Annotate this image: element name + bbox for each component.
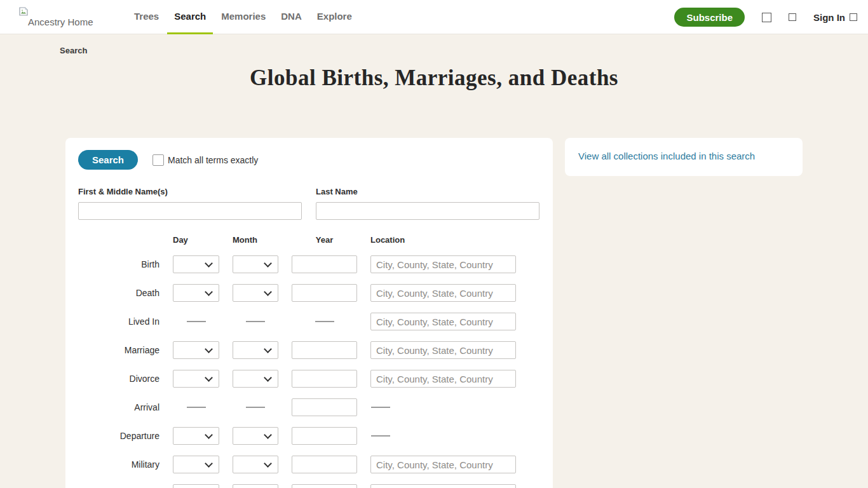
- sign-in-button[interactable]: Sign In: [813, 12, 857, 23]
- collections-card: View all collections included in this se…: [565, 138, 803, 176]
- event-row-label: Birth: [78, 259, 159, 269]
- match-exact-checkbox[interactable]: [153, 154, 164, 166]
- year-input[interactable]: [292, 398, 357, 416]
- event-row-military: Military: [78, 456, 540, 473]
- month-select-input[interactable]: [233, 456, 278, 473]
- location-input[interactable]: [370, 370, 516, 388]
- event-row-label: Marriage: [78, 345, 159, 355]
- breadcrumb: Search: [60, 46, 87, 55]
- month-select-input[interactable]: [233, 484, 278, 488]
- event-row-label: Lived In: [78, 316, 159, 327]
- day-select: [173, 341, 219, 359]
- main-nav: TreesSearchMemoriesDNAExplore: [127, 0, 359, 34]
- col-header-month: Month: [233, 235, 278, 245]
- header-placeholder-icon-1[interactable]: [762, 13, 771, 22]
- first-middle-name-label: First & Middle Name(s): [78, 187, 302, 196]
- event-row-birth: Birth: [78, 255, 540, 273]
- not-applicable-dash: [371, 407, 390, 408]
- not-applicable-dash: [371, 435, 390, 437]
- month-select-input[interactable]: [233, 370, 278, 388]
- day-select-input[interactable]: [173, 370, 219, 388]
- content-area: Search Match all terms exactly First & M…: [65, 138, 803, 488]
- year-input[interactable]: [292, 370, 357, 388]
- month-select-input[interactable]: [233, 255, 278, 273]
- match-exact-label: Match all terms exactly: [168, 155, 258, 165]
- not-applicable-dash: [187, 407, 206, 408]
- location-input[interactable]: [370, 255, 516, 273]
- day-select-input[interactable]: [173, 484, 219, 488]
- form-top-row: Search Match all terms exactly: [78, 150, 540, 170]
- last-name-label: Last Name: [316, 187, 539, 196]
- year-input[interactable]: [292, 284, 357, 302]
- col-header-day: Day: [173, 235, 219, 245]
- nav-item-search[interactable]: Search: [167, 0, 213, 34]
- month-select-input[interactable]: [233, 427, 278, 445]
- month-select: [233, 456, 278, 473]
- day-select: [173, 255, 219, 273]
- nav-item-explore[interactable]: Explore: [310, 0, 359, 34]
- page-title: Global Births, Marriages, and Deaths: [0, 65, 868, 91]
- month-select-input[interactable]: [233, 341, 278, 359]
- location-input[interactable]: [370, 284, 516, 302]
- last-name-field: Last Name: [316, 187, 539, 220]
- event-rows: BirthDeathLived InMarriageDivorceArrival…: [78, 255, 540, 488]
- month-select: [233, 484, 278, 488]
- location-input[interactable]: [370, 456, 516, 473]
- event-grid-header: Day Month Year Location: [78, 235, 540, 245]
- month-select: [233, 427, 278, 445]
- not-applicable-dash: [315, 321, 334, 322]
- ancestry-home-logo[interactable]: Ancestry Home: [19, 7, 93, 27]
- nav-item-memories[interactable]: Memories: [214, 0, 273, 34]
- name-fields-row: First & Middle Name(s) Last Name: [78, 187, 540, 220]
- not-applicable-dash: [246, 407, 265, 408]
- sign-in-caret-icon: [850, 13, 857, 21]
- day-select: [173, 456, 219, 473]
- year-input[interactable]: [292, 456, 357, 473]
- month-select: [233, 284, 278, 302]
- day-select: [173, 427, 219, 445]
- nav-item-trees[interactable]: Trees: [127, 0, 166, 34]
- search-form-card: Search Match all terms exactly First & M…: [65, 138, 553, 488]
- location-input[interactable]: [370, 313, 516, 330]
- topbar-right: Subscribe Sign In: [674, 0, 857, 34]
- day-select-input[interactable]: [173, 427, 219, 445]
- location-input[interactable]: [370, 341, 516, 359]
- broken-image-icon: [19, 7, 93, 16]
- view-collections-link[interactable]: View all collections included in this se…: [578, 151, 755, 161]
- day-select: [173, 370, 219, 388]
- day-select-input[interactable]: [173, 341, 219, 359]
- day-select: [173, 284, 219, 302]
- not-applicable-dash: [246, 321, 265, 322]
- last-name-input[interactable]: [316, 202, 539, 220]
- event-row-divorce: Divorce: [78, 370, 540, 388]
- event-grid: Day Month Year Location BirthDeathLived …: [78, 235, 540, 488]
- location-input[interactable]: [370, 484, 516, 488]
- event-row-label: Departure: [78, 431, 159, 441]
- month-select: [233, 255, 278, 273]
- not-applicable-dash: [187, 321, 206, 322]
- subscribe-button[interactable]: Subscribe: [674, 8, 745, 27]
- day-select-input[interactable]: [173, 456, 219, 473]
- header-placeholder-icon-2[interactable]: [789, 13, 796, 21]
- day-select-input[interactable]: [173, 284, 219, 302]
- page: Ancestry Home TreesSearchMemoriesDNAExpl…: [0, 0, 868, 488]
- year-input[interactable]: [292, 341, 357, 359]
- year-input[interactable]: [292, 255, 357, 273]
- col-header-location: Location: [370, 235, 516, 245]
- year-input[interactable]: [292, 484, 357, 488]
- event-row-label: Death: [78, 288, 159, 298]
- search-button[interactable]: Search: [78, 150, 138, 170]
- event-row-death: Death: [78, 284, 540, 302]
- day-select-input[interactable]: [173, 255, 219, 273]
- event-row-label: Divorce: [78, 374, 159, 384]
- event-row-departure: Departure: [78, 427, 540, 445]
- first-middle-name-input[interactable]: [78, 202, 302, 220]
- sign-in-label: Sign In: [813, 12, 845, 23]
- nav-item-dna[interactable]: DNA: [274, 0, 309, 34]
- month-select-input[interactable]: [233, 284, 278, 302]
- year-input[interactable]: [292, 427, 357, 445]
- event-row-marriage: Marriage: [78, 341, 540, 359]
- event-row-lived-in: Lived In: [78, 313, 540, 330]
- month-select: [233, 341, 278, 359]
- event-row-arrival: Arrival: [78, 398, 540, 416]
